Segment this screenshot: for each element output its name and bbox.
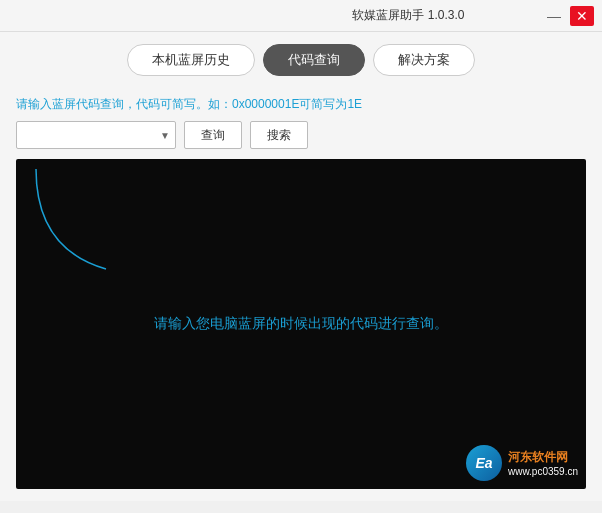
code-select[interactable] [16, 121, 176, 149]
query-button[interactable]: 查询 [184, 121, 242, 149]
watermark-logo: Ea [466, 445, 502, 481]
tab-history[interactable]: 本机蓝屏历史 [127, 44, 255, 76]
main-content: 请输入蓝屏代码查询，代码可简写。如：0x0000001E可简写为1E ▼ 查询 … [0, 88, 602, 501]
display-area: 请输入您电脑蓝屏的时候出现的代码进行查询。 Ea 河东软件网 www.pc035… [16, 159, 586, 489]
hint-text: 请输入蓝屏代码查询，代码可简写。如：0x0000001E可简写为1E [16, 96, 586, 113]
input-row: ▼ 查询 搜索 [16, 121, 586, 149]
watermark: Ea 河东软件网 www.pc0359.cn [466, 445, 578, 481]
title-controls: — ✕ [542, 6, 594, 26]
close-button[interactable]: ✕ [570, 6, 594, 26]
title-bar: 软媒蓝屏助手 1.0.3.0 — ✕ [0, 0, 602, 32]
app-title: 软媒蓝屏助手 1.0.3.0 [275, 7, 542, 24]
nav-tabs: 本机蓝屏历史 代码查询 解决方案 [0, 32, 602, 88]
tab-code-query[interactable]: 代码查询 [263, 44, 365, 76]
watermark-text: 河东软件网 www.pc0359.cn [508, 449, 578, 477]
watermark-site-name: 河东软件网 [508, 449, 578, 466]
minimize-button[interactable]: — [542, 6, 566, 26]
display-message: 请输入您电脑蓝屏的时候出现的代码进行查询。 [154, 315, 448, 333]
search-button[interactable]: 搜索 [250, 121, 308, 149]
code-select-wrapper: ▼ [16, 121, 176, 149]
tab-solution[interactable]: 解决方案 [373, 44, 475, 76]
watermark-site-url: www.pc0359.cn [508, 466, 578, 477]
decorative-curve [16, 159, 136, 279]
